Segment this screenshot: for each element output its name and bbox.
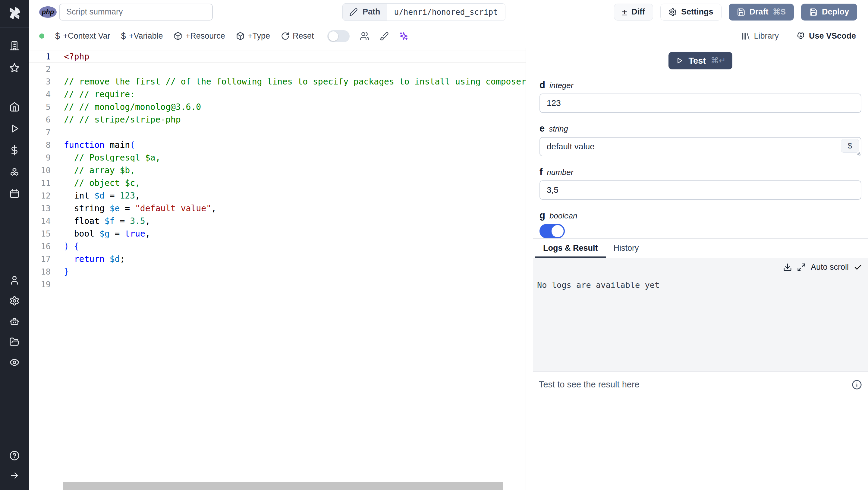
code-text: float $f = 3.5, [64, 215, 150, 228]
field-label-d: d integer [539, 80, 861, 90]
code-line-5[interactable]: 5// // monolog/monolog@3.6.0 [29, 101, 526, 113]
code-line-2[interactable]: 2 [29, 63, 526, 76]
field-name: f [539, 167, 542, 177]
test-panel: Test ⌘↵ d integer e string [533, 48, 868, 490]
code-line-11[interactable]: 11 // object $c, [29, 177, 526, 190]
line-number: 18 [29, 265, 51, 278]
line-number: 14 [29, 215, 51, 228]
line-number: 16 [29, 240, 51, 253]
add-context-var-button[interactable]: $ +Context Var [55, 31, 110, 41]
info-icon[interactable] [852, 380, 862, 390]
line-number: 6 [29, 113, 51, 126]
sidebar [0, 0, 29, 490]
add-variable-label: +Variable [129, 31, 163, 41]
add-variable-button[interactable]: $ +Variable [121, 31, 163, 41]
field-input-f[interactable] [539, 180, 861, 200]
code-line-12[interactable]: 12 int $d = 123, [29, 190, 526, 202]
line-number: 19 [29, 278, 51, 291]
draft-button[interactable]: Draft ⌘S [729, 4, 794, 21]
use-vscode-button[interactable]: Use VScode [796, 31, 856, 41]
settings-button[interactable]: Settings [660, 4, 721, 21]
editor-toolbar: $ +Context Var $ +Variable +Resource +Ty… [29, 24, 868, 48]
field-name: e [539, 123, 545, 134]
code-line-13[interactable]: 13 string $e = "default value", [29, 202, 526, 215]
check-icon[interactable] [854, 263, 863, 272]
sidebar-item-audit-logs[interactable] [5, 353, 24, 371]
test-button[interactable]: Test ⌘↵ [669, 52, 733, 69]
sidebar-item-settings[interactable] [5, 292, 24, 310]
sidebar-item-favorites[interactable] [5, 59, 24, 77]
code-line-3[interactable]: 3// remove the first // of the following… [29, 76, 526, 88]
help-icon[interactable] [5, 446, 24, 465]
line-number: 9 [29, 151, 51, 164]
boolean-toggle-g[interactable] [539, 224, 565, 238]
reset-button[interactable]: Reset [281, 31, 314, 41]
deploy-button[interactable]: Deploy [801, 4, 857, 21]
auto-scroll-label[interactable]: Auto scroll [811, 262, 849, 272]
sidebar-item-workers[interactable] [5, 312, 24, 330]
reset-label: Reset [293, 31, 314, 41]
sidebar-item-workspace[interactable] [5, 36, 24, 55]
expand-logs-icon[interactable] [797, 263, 806, 272]
horizontal-scrollbar[interactable] [63, 482, 503, 490]
reset-icon [281, 32, 290, 40]
code-line-19[interactable]: 19 [29, 278, 526, 291]
code-line-17[interactable]: 17 return $d; [29, 253, 526, 265]
logs-empty-text: No logs are available yet [537, 280, 868, 290]
tab-history[interactable]: History [606, 239, 647, 258]
dollar-icon: $ [55, 31, 60, 41]
code-line-7[interactable]: 7 [29, 126, 526, 139]
code-line-15[interactable]: 15 bool $g = true, [29, 228, 526, 240]
script-summary-input[interactable] [59, 4, 213, 21]
panel-splitter[interactable] [526, 48, 533, 490]
code-editor[interactable]: 1<?php23// remove the first // of the fo… [29, 48, 526, 490]
sidebar-item-schedules[interactable] [5, 185, 24, 203]
windmill-logo-icon[interactable] [6, 4, 23, 22]
code-line-16[interactable]: 16) { [29, 240, 526, 253]
save-icon [809, 8, 818, 16]
sidebar-item-home[interactable] [5, 98, 24, 116]
field-input-e[interactable] [539, 137, 861, 156]
code-text: // remove the first // of the following … [64, 76, 526, 88]
line-number: 10 [29, 164, 51, 177]
download-logs-icon[interactable] [783, 263, 792, 272]
multiplayer-icon[interactable] [360, 31, 369, 41]
format-brush-icon[interactable] [379, 31, 389, 41]
code-line-18[interactable]: 18} [29, 265, 526, 278]
diff-label: Diff [631, 7, 645, 17]
line-number: 15 [29, 228, 51, 240]
sidebar-item-resources[interactable] [5, 163, 24, 181]
path-edit-button[interactable]: Path [343, 4, 387, 21]
sidebar-item-variables[interactable] [5, 141, 24, 159]
code-line-4[interactable]: 4// // require: [29, 88, 526, 101]
sidebar-item-users[interactable] [5, 271, 24, 289]
code-line-9[interactable]: 9 // Postgresql $a, [29, 151, 526, 164]
library-button[interactable]: Library [741, 31, 779, 41]
diff-button[interactable]: ± Diff [614, 4, 653, 21]
settings-label: Settings [681, 7, 713, 17]
expand-sidebar-icon[interactable] [5, 466, 24, 485]
field-type: integer [550, 81, 574, 90]
sidebar-item-folders[interactable] [5, 333, 24, 351]
tab-logs-result[interactable]: Logs & Result [535, 239, 606, 258]
code-line-10[interactable]: 10 // array $b, [29, 164, 526, 177]
code-line-8[interactable]: 8function main( [29, 139, 526, 151]
code-text: function main( [64, 139, 135, 151]
resize-handle-icon[interactable] [855, 149, 861, 155]
diff-mode-toggle[interactable] [327, 30, 350, 42]
sidebar-divider [0, 85, 29, 85]
code-text: string $e = "default value", [64, 202, 216, 215]
ai-sparkles-icon[interactable] [399, 31, 408, 41]
code-line-14[interactable]: 14 float $f = 3.5, [29, 215, 526, 228]
path-group[interactable]: Path u/henri/honored_script [342, 3, 505, 21]
field-input-d[interactable] [539, 93, 861, 113]
code-line-1[interactable]: 1<?php [29, 50, 526, 63]
plus-minus-icon: ± [622, 7, 627, 17]
add-type-button[interactable]: +Type [236, 31, 270, 41]
pencil-icon [349, 8, 358, 16]
dollar-icon: $ [121, 31, 126, 41]
code-line-6[interactable]: 6// // stripe/stripe-php [29, 113, 526, 126]
sidebar-item-runs[interactable] [5, 119, 24, 138]
save-icon [737, 8, 745, 16]
add-resource-button[interactable]: +Resource [174, 31, 225, 41]
